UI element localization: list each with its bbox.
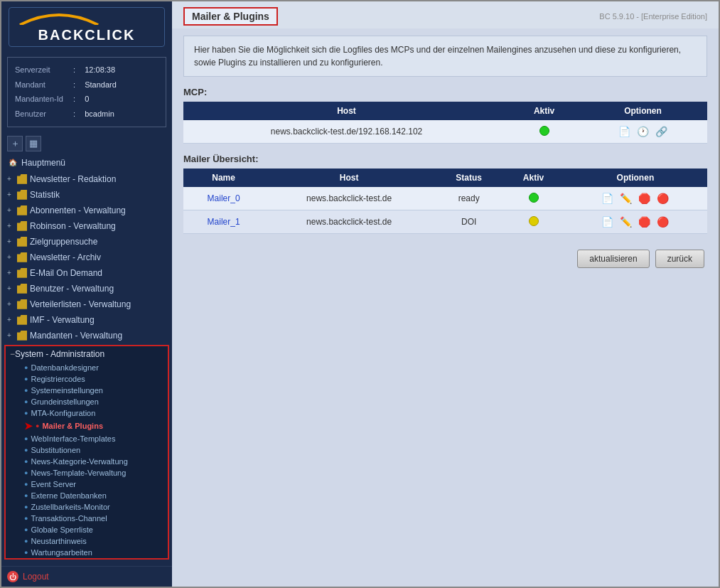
nav-label-abonnenten-verwaltung: Abonnenten - Verwaltung: [30, 205, 126, 215]
folder-icon: [17, 284, 27, 294]
mailer1-status-cell: DOI: [434, 210, 503, 234]
sub-item-externe-datenbanken[interactable]: ●Externe Datenbanken: [20, 490, 168, 501]
mailer1-options-cell: 📄 ✏️ 🛑 🔴: [564, 210, 707, 234]
server-info-box: Serverzeit : 12:08:38 Mandant : Standard…: [7, 57, 166, 127]
nav-label-benutzer-verwaltung: Benutzer - Verwaltung: [30, 284, 114, 294]
folder-icon: [17, 190, 27, 200]
status-dot-green: [529, 193, 539, 203]
nav-item-statistik[interactable]: + Statistik: [1, 187, 172, 203]
mailer0-name-cell[interactable]: Mailer_0: [183, 187, 264, 210]
sub-item-substitutionen[interactable]: ●Substitutionen: [20, 444, 168, 456]
sub-item-registriercodes[interactable]: ●Registriercodes: [20, 373, 168, 385]
stop-icon[interactable]: 🛑: [638, 215, 652, 229]
nav-item-newsletter-archiv[interactable]: + Newsletter - Archiv: [1, 250, 172, 265]
sub-item-globale-sperrliste[interactable]: ●Globale Sperrliste: [20, 524, 168, 535]
sub-item-grundeinstellungen[interactable]: ●Grundeinstellungen: [20, 396, 168, 407]
nav-item-system-admin[interactable]: − System - Administration: [6, 346, 168, 362]
table-row: Mailer_1 news.backclick-test.de DOI 📄 ✏️…: [183, 210, 707, 234]
nav-label-mandanten-verwaltung: Mandanten - Verwaltung: [30, 331, 122, 341]
mcp-col-aktiv: Aktiv: [510, 102, 579, 120]
expand-icon: +: [7, 237, 16, 246]
nav-item-mandanten-verwaltung[interactable]: + Mandanten - Verwaltung: [1, 328, 172, 343]
mailer-col-optionen: Optionen: [564, 169, 707, 187]
sub-item-news-template-verwaltung[interactable]: ●News-Template-Verwaltung: [20, 467, 168, 479]
file-icon[interactable]: 📄: [601, 191, 615, 205]
mailer0-options-cell: 📄 ✏️ 🛑 🔴: [564, 187, 707, 210]
mailer0-aktiv-cell: [503, 187, 564, 210]
sidebar-grid-icon[interactable]: ▦: [26, 136, 41, 151]
file-icon[interactable]: 📄: [618, 124, 632, 139]
nav-item-newsletter-redaktion[interactable]: + Newsletter - Redaktion: [1, 171, 172, 187]
sub-item-transaktions-channel[interactable]: ●Transaktions-Channel: [20, 513, 168, 524]
mandanten-id-label: Mandanten-Id: [15, 92, 72, 106]
logout-item[interactable]: ⏻ Logout: [1, 566, 172, 587]
version-info: BC 5.9.10 - [Enterprise Edition]: [599, 12, 707, 21]
edit-icon[interactable]: ✏️: [619, 215, 633, 229]
nav-item-verteilerlisten-verwaltung[interactable]: + Verteilerlisten - Verwaltung: [1, 296, 172, 312]
edit-icon[interactable]: ✏️: [619, 191, 633, 205]
sidebar-add-icon[interactable]: ＋: [7, 136, 23, 151]
sidebar: BACKCLICK Serverzeit : 12:08:38 Mandant …: [1, 1, 172, 587]
sub-item-webinterface-templates[interactable]: ●WebInterface-Templates: [20, 433, 168, 444]
sub-item-systemeinstellungen[interactable]: ●Systemeinstellungen: [20, 385, 168, 396]
expand-icon: +: [7, 191, 16, 199]
description-text: Hier haben Sie die Möglichkeit sich die …: [183, 36, 707, 77]
expand-icon: +: [7, 253, 16, 262]
nav-item-email-on-demand[interactable]: + E-Mail On Demand: [1, 265, 172, 281]
mailer-section-title: Mailer Übersicht:: [183, 154, 707, 164]
red-arrow-indicator: ➤: [24, 420, 33, 432]
expand-icon: +: [7, 300, 16, 309]
nav-label-statistik: Statistik: [30, 190, 60, 200]
action-buttons: aktualisieren zurück: [183, 244, 707, 274]
power-icon[interactable]: 🔴: [656, 191, 670, 205]
mandant-value: Standard: [85, 78, 158, 92]
nav-item-benutzer-verwaltung[interactable]: + Benutzer - Verwaltung: [1, 281, 172, 296]
expand-icon: +: [7, 175, 16, 183]
nav-label-email-on-demand: E-Mail On Demand: [30, 268, 102, 278]
table-row: news.backclick-test.de/192.168.142.102 📄…: [183, 120, 707, 144]
mailer-col-status: Status: [434, 169, 503, 187]
mailer1-name-cell[interactable]: Mailer_1: [183, 210, 264, 234]
nav-label-imf-verwaltung: IMF - Verwaltung: [30, 315, 95, 325]
sub-item-mailer-plugins[interactable]: ➤ ● Mailer & Plugins: [20, 419, 168, 433]
sub-item-wartungsarbeiten[interactable]: ●Wartungsarbeiten: [20, 547, 168, 558]
mailer0-status-cell: ready: [434, 187, 503, 210]
page-title: Mailer & Plugins: [183, 7, 278, 26]
nav-item-imf-verwaltung[interactable]: + IMF - Verwaltung: [1, 312, 172, 328]
zurueck-button[interactable]: zurück: [655, 250, 704, 268]
content-area: Mailer & Plugins BC 5.9.10 - [Enterprise…: [172, 1, 719, 587]
mailer-col-host: Host: [264, 169, 434, 187]
sub-item-event-server[interactable]: ●Event Server: [20, 479, 168, 490]
power-icon[interactable]: 🔴: [656, 215, 670, 229]
logo-text: BACKCLICK: [16, 27, 157, 43]
mcp-options-cell: 📄 🕐 🔗: [579, 120, 707, 144]
expand-icon: +: [7, 284, 16, 293]
nav-item-abonnenten-verwaltung[interactable]: + Abonnenten - Verwaltung: [1, 203, 172, 218]
sub-item-mta-konfiguration[interactable]: ●MTA-Konfiguration: [20, 407, 168, 419]
status-dot-green: [539, 126, 549, 136]
app-frame: BACKCLICK Serverzeit : 12:08:38 Mandant …: [0, 0, 720, 588]
sub-item-neustarthinweis[interactable]: ●Neustarthinweis: [20, 535, 168, 547]
expand-icon: +: [7, 206, 16, 215]
aktualisieren-button[interactable]: aktualisieren: [577, 250, 649, 268]
sub-item-news-kategorie-verwaltung[interactable]: ●News-Kategorie-Verwaltung: [20, 456, 168, 467]
folder-icon: [17, 205, 27, 215]
chain-icon[interactable]: 🔗: [655, 124, 669, 139]
content-header: Mailer & Plugins BC 5.9.10 - [Enterprise…: [172, 1, 719, 28]
folder-icon: [17, 221, 27, 231]
sub-item-zustellbarkeits-monitor[interactable]: ●Zustellbarkeits-Monitor: [20, 501, 168, 513]
clock-icon[interactable]: 🕐: [636, 124, 650, 139]
logout-label: Logout: [23, 572, 49, 582]
nav-item-robinson-verwaltung[interactable]: + Robinson - Verwaltung: [1, 218, 172, 234]
folder-icon: [17, 315, 27, 325]
nav-item-hauptmenu[interactable]: 🏠 Hauptmenü: [1, 154, 172, 171]
serverzeit-value: 12:08:38: [85, 63, 158, 77]
expand-icon-system: −: [10, 349, 15, 359]
file-icon[interactable]: 📄: [601, 215, 615, 229]
table-row: Mailer_0 news.backclick-test.de ready 📄 …: [183, 187, 707, 210]
sub-item-datenbankdesigner[interactable]: ●Datenbankdesigner: [20, 362, 168, 373]
stop-icon[interactable]: 🛑: [638, 191, 652, 205]
nav-item-zielgruppensuche[interactable]: + Zielgruppensuche: [1, 234, 172, 250]
folder-icon: [17, 268, 27, 278]
mcp-table: Host Aktiv Optionen news.backclick-test.…: [183, 102, 707, 144]
